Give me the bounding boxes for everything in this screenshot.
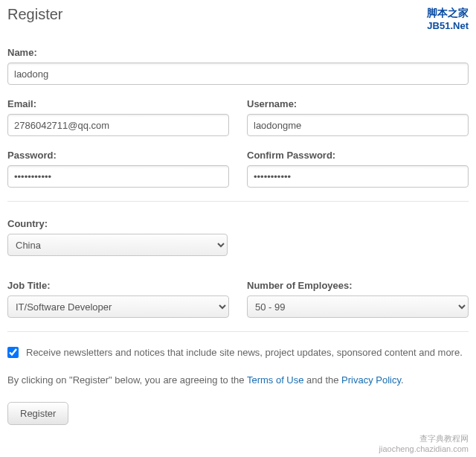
watermark-bottom: 查字典教程网 jiaocheng.chazidian.com [379, 433, 469, 440]
privacy-policy-link[interactable]: Privacy Policy [341, 374, 401, 386]
country-select[interactable]: China [7, 234, 228, 256]
newsletter-checkbox[interactable] [7, 347, 19, 358]
username-label: Username: [247, 98, 469, 109]
num-employees-label: Number of Employees: [247, 280, 469, 291]
email-label: Email: [7, 98, 229, 109]
num-employees-select[interactable]: 50 - 99 [247, 295, 469, 318]
divider-2 [7, 331, 469, 332]
watermark-top-cn: 脚本之家 [427, 7, 469, 19]
job-title-label: Job Title: [7, 280, 229, 291]
confirm-password-input[interactable] [247, 165, 469, 188]
agreement-prefix: By clicking on "Register" below, you are… [7, 374, 247, 386]
name-label: Name: [7, 47, 469, 58]
watermark-top-net: JB51.Net [427, 20, 469, 31]
watermark-top: 脚本之家 JB51.Net [427, 6, 469, 33]
terms-of-use-link[interactable]: Terms of Use [247, 374, 304, 386]
password-label: Password: [7, 150, 229, 161]
register-button[interactable]: Register [7, 402, 68, 425]
job-title-select[interactable]: IT/Software Developer [7, 295, 229, 318]
agreement-suffix: . [401, 374, 404, 386]
name-input[interactable] [7, 63, 469, 85]
email-input[interactable] [7, 114, 229, 136]
password-input[interactable] [7, 165, 229, 188]
divider-1 [7, 201, 469, 202]
username-input[interactable] [247, 114, 469, 136]
watermark-bottom-cn: 查字典教程网 [419, 434, 469, 440]
newsletter-label: Receive newsletters and notices that inc… [26, 347, 463, 358]
page-title: Register [7, 6, 469, 32]
country-label: Country: [7, 218, 469, 229]
agreement-middle: and the [303, 374, 341, 386]
agreement-text: By clicking on "Register" below, you are… [7, 374, 469, 386]
confirm-password-label: Confirm Password: [247, 150, 469, 161]
